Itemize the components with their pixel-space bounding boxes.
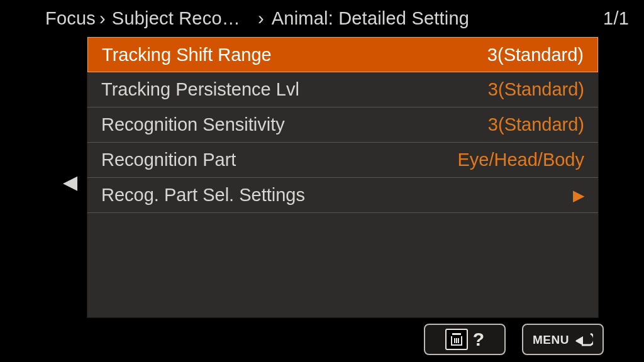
breadcrumb-mid: Subject Reco… <box>112 8 240 29</box>
back-arrow-icon <box>574 331 593 348</box>
menu-item-label: Recognition Sensitivity <box>101 114 488 135</box>
breadcrumb-leaf: Animal: Detailed Setting <box>272 8 469 29</box>
chevron-right-icon: › <box>99 8 106 29</box>
help-button[interactable]: ? <box>424 324 506 355</box>
menu-item-value: Eye/Head/Body <box>457 150 584 170</box>
chevron-right-icon: ▶ <box>573 187 584 204</box>
menu-item-recognition-part[interactable]: Recognition Part Eye/Head/Body <box>87 143 598 178</box>
menu-item-recog-part-sel-settings[interactable]: Recog. Part Sel. Settings ▶ <box>87 178 598 213</box>
menu-item-label: Tracking Persistence Lvl <box>101 79 488 100</box>
menu-back-button[interactable]: MENU <box>522 324 604 355</box>
menu-item-value: 3(Standard) <box>488 114 584 135</box>
menu-item-label: Tracking Shift Range <box>102 45 487 65</box>
menu-item-label: Recognition Part <box>101 150 457 170</box>
help-label: ? <box>473 329 484 350</box>
settings-panel: Tracking Shift Range 3(Standard) Trackin… <box>87 36 599 318</box>
menu-item-tracking-shift-range[interactable]: Tracking Shift Range 3(Standard) <box>87 37 598 72</box>
bottom-bar: ? MENU <box>424 322 604 357</box>
camera-menu-screen: Focus › Subject Reco… › Animal: Detailed… <box>0 0 644 362</box>
menu-item-recognition-sensitivity[interactable]: Recognition Sensitivity 3(Standard) <box>87 107 598 143</box>
chevron-right-icon: › <box>258 8 264 29</box>
nav-left-icon[interactable]: ◀ <box>63 171 77 193</box>
menu-item-value: 3(Standard) <box>488 79 584 100</box>
page-indicator: 1/1 <box>603 8 629 29</box>
breadcrumb: Focus › Subject Reco… › Animal: Detailed… <box>0 0 644 36</box>
menu-item-label: Recog. Part Sel. Settings <box>101 185 568 206</box>
trash-icon <box>445 329 468 350</box>
menu-label: MENU <box>533 334 569 346</box>
breadcrumb-root: Focus <box>45 8 96 29</box>
menu-item-value: 3(Standard) <box>487 45 584 65</box>
menu-item-tracking-persistence[interactable]: Tracking Persistence Lvl 3(Standard) <box>87 72 598 107</box>
